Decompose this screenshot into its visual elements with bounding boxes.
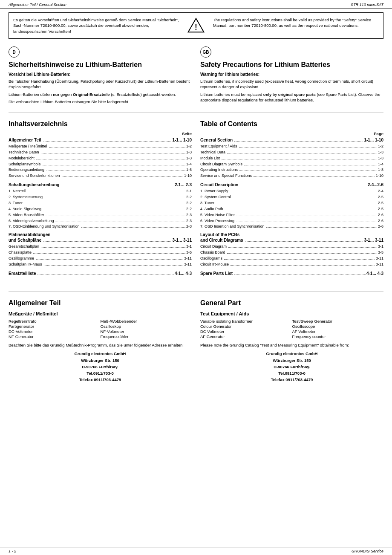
lang-badge-german: D	[9, 46, 20, 58]
toc-german-row-9: 2. Systemsteuerung 2-2	[9, 194, 192, 200]
toc-german-page-label: Seite	[9, 131, 192, 136]
toc-en-row-4: Circuit Diagram Symbols 1-4	[200, 162, 383, 168]
messgerate-title: Meßgeräte / Meßmittel	[9, 311, 192, 316]
toc-german-title: Inhaltsverzeichnis	[9, 120, 192, 128]
safety-text-german: Es gelten die Vorschriften und Sicherhei…	[13, 17, 179, 34]
toc-english: Table of Contents Page General Section 1…	[200, 119, 383, 277]
lithium-german-body3: Die verbrauchten Lithium-Batterien entso…	[9, 99, 192, 104]
safety-box: Es gelten die Vorschriften und Sicherhei…	[9, 12, 383, 39]
general-note-english: Please note the Grundig Catalog "Test an…	[200, 342, 383, 348]
toc-en-circuit-diagrams: and Circuit Diagrams 3-1... 3-11	[200, 237, 383, 244]
toc-german-platinen: Platinenabbildungen	[9, 232, 192, 237]
toc-english-title: Table of Contents	[200, 120, 383, 128]
toc-en-row-17: Oscillograms 3-11	[200, 256, 383, 262]
toc-german-row-1: Meßgeräte / Meßmittel 1-2	[9, 144, 192, 150]
page-footer: 1 - 2 GRUNDIG Service	[0, 547, 392, 555]
toc-en-row-9: 2. System Control 2-5	[200, 194, 383, 200]
toc-german-row-3: Modulübersicht 1-3	[9, 156, 192, 162]
toc-german-row-10: 3. Tuner 2-2	[9, 200, 192, 206]
toc-german: Inhaltsverzeichnis Seite Allgemeiner Tei…	[9, 119, 192, 277]
svg-text:!: !	[195, 23, 197, 32]
toc-en-row-7: Circuit Description 2-4...2-6	[200, 182, 383, 188]
page-header: Allgemeiner Teil / General Section STR 1…	[0, 0, 392, 9]
lithium-german: D Sicherheitshinweise zu Lithium-Batteri…	[9, 46, 192, 106]
equipment-grid-german: Regeltrenntrafo Meß-/Wobbelsender Farbge…	[9, 319, 192, 339]
lang-badge-english: GB	[200, 46, 211, 58]
toc-en-row-15: Circuit Diagram 3-1	[200, 244, 383, 250]
general-part-german: Allgemeiner Teil Meßgeräte / Meßmittel R…	[9, 298, 192, 383]
toc-german-row-5: Bedienungsanleitung 1-6	[9, 167, 192, 173]
toc-en-row-2: Technical Data 1-3	[200, 150, 383, 156]
footer-left: 1 - 2	[9, 549, 16, 553]
divider-1	[9, 112, 383, 113]
toc-en-row-5: Operating Instructions 1-8	[200, 167, 383, 173]
safety-icon-area: !	[183, 17, 209, 34]
toc-en-layout: Layout of the PCBs	[200, 232, 383, 237]
toc-english-page-label: Page	[200, 131, 383, 136]
lithium-english-body2: Lithium batteries must be replaced only …	[200, 92, 383, 103]
toc-german-row-7: Schaltungsbeschreibung 2-1... 2-3	[9, 182, 192, 188]
warning-icon: !	[187, 17, 205, 34]
toc-german-row-11: 4. Audio-Signalweg 2-2	[9, 206, 192, 212]
general-note-german: Beachten Sie bitte das Grundig Meßtechni…	[9, 342, 192, 348]
main-content: Es gelten die Vorschriften und Sicherhei…	[0, 9, 392, 396]
toc-german-schaltplaene: und Schaltpläne 3-1... 3-11	[9, 237, 192, 244]
toc-german-ersatz: Ersatzteilliste 4-1... 4-3	[9, 270, 192, 277]
lithium-english: GB Safety Precautions for Lithium Batter…	[200, 46, 383, 106]
lithium-english-subtitle: Warning for lithium batteries:	[200, 72, 383, 77]
toc-en-row-12: 5. Video Noise Filter 2-6	[200, 212, 383, 218]
lithium-english-body1: Lithium batteries, if incorrectly used (…	[200, 78, 383, 90]
toc-en-row-0: General Section 1-1... 1-10	[200, 137, 383, 144]
allgemeiner-teil-title: Allgemeiner Teil	[9, 299, 192, 307]
toc-german-row-18: Schaltplan IR-Maus 3-11	[9, 262, 192, 268]
toc-en-row-18: Circuit IR-Mouse 3-11	[200, 262, 383, 268]
general-part-english: General Part Test Equipment / Aids Varia…	[200, 298, 383, 383]
toc-en-row-14: 7. OSD Insertion and Synchronisation 2-6	[200, 224, 383, 230]
lithium-german-body1: Bei falscher Handhabung (Überhitzung, Fa…	[9, 78, 192, 90]
company-block-english: Grundig electronics GmbH Würzburger Str.…	[200, 350, 383, 383]
divider-2	[9, 291, 383, 292]
header-left: Allgemeiner Teil / General Section	[9, 3, 66, 7]
lithium-english-title: Safety Precautions for Lithium Batteries	[200, 61, 383, 69]
general-part-title: General Part	[200, 299, 383, 307]
lithium-german-subtitle: Vorsicht bei Lithium-Batterien:	[9, 72, 192, 77]
toc-german-row-14: 7. OSD-Einblendung und Synchronisation 2…	[9, 224, 192, 230]
toc-german-row-2: Technische Daten 1-3	[9, 150, 192, 156]
footer-right: GRUNDIG Service	[352, 549, 383, 553]
toc-german-row-16: Chassisplatte 3-5	[9, 250, 192, 256]
lithium-german-title: Sicherheitshinweise zu Lithium-Batterien	[9, 61, 192, 69]
lithium-section: D Sicherheitshinweise zu Lithium-Batteri…	[9, 46, 383, 106]
safety-text-english: The regulations and safety instructions …	[213, 17, 379, 34]
toc-en-row-11: 4. Audio Path 2-5	[200, 206, 383, 212]
toc-german-row-13: 6. Videosignalverarbeitung 2-3	[9, 218, 192, 224]
toc-german-row-12: 5. Video-Rauschfilter 2-3	[9, 212, 192, 218]
toc-en-row-6: Service and Special Functions 1-10	[200, 173, 383, 179]
toc-en-row-16: Chassis Board 3-5	[200, 250, 383, 256]
toc-german-row-6: Service und Sonderfunktionen 1-10	[9, 173, 192, 179]
toc-german-row-15: Gesamtschaltplan 3-1	[9, 244, 192, 250]
toc-en-row-1: Test Equipment / Aids 1-2	[200, 144, 383, 150]
header-right: STR 110 microSAT	[351, 3, 383, 7]
toc-german-row-8: 1. Netzteil 2-1	[9, 188, 192, 194]
toc-german-row-17: Oszillogramme 3-11	[9, 256, 192, 262]
test-equipment-title: Test Equipment / Aids	[200, 311, 383, 316]
toc-en-row-8: 1. Power Supply 2-4	[200, 188, 383, 194]
general-part-section: Allgemeiner Teil Meßgeräte / Meßmittel R…	[9, 298, 383, 383]
toc-german-row-0: Allgemeiner Teil 1-1... 1-10	[9, 137, 192, 144]
toc-en-spare-parts: Spare Parts List 4-1... 4-3	[200, 270, 383, 277]
equipment-grid-english: Variable isolating transformer Test/Swee…	[200, 319, 383, 339]
toc-en-row-13: 6. Video Processing 2-6	[200, 218, 383, 224]
lithium-german-body2: Lithium-Batterien dürfen nur gegen Origi…	[9, 92, 192, 97]
toc-en-row-10: 3. Tuner 2-5	[200, 200, 383, 206]
company-block-german: Grundig electronics GmbH Würzburger Str.…	[9, 350, 192, 383]
toc-german-row-4: Schaltplansymbole 1-4	[9, 162, 192, 168]
toc-section: Inhaltsverzeichnis Seite Allgemeiner Tei…	[9, 119, 383, 285]
toc-en-row-3: Module List 1-3	[200, 156, 383, 162]
